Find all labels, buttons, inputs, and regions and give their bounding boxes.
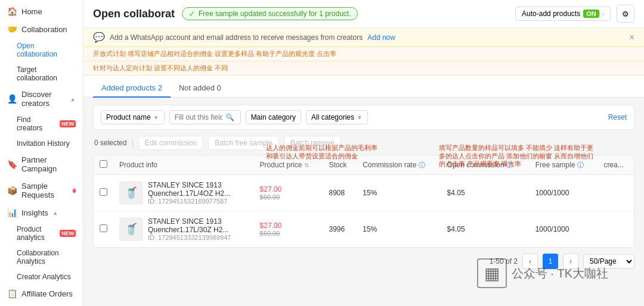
row1-product-info: 🥤 STANLEY SINCE 1913 Quencher1.17L/4OZ H… [113,175,254,211]
table-wrapper: 达人的佣金前期可以根据产品的毛利率 和吸引达人带货设置适合的佣金 填写产品数量的… [93,155,634,248]
next-page-button[interactable]: › [563,254,578,269]
th-checkbox [94,155,113,175]
annotation-row-1: 开放式计划 填写店铺产品相对适合的佣金 设置更多样品 有助于产品的观光度 点击率 [83,47,644,61]
price-sort-icon[interactable]: ⇅ [304,162,309,168]
selected-count: 0 selected [94,139,127,147]
tab-added-products[interactable]: Added products 2 [93,79,171,98]
divider: | [132,139,134,147]
commission-info-icon: ⓘ [419,161,425,168]
collaboration-icon: 🤝 [7,24,17,34]
action-bar: 0 selected | Edit commission Batch free … [93,136,634,150]
page-title: Open collaborat [93,8,175,20]
sidebar-item-insights[interactable]: 📊 Insights ▲ [0,204,83,221]
row1-open-commission: $4.05 [441,175,530,211]
settings-button[interactable]: ⚙ [617,5,634,23]
edit-commission-button[interactable]: Edit commission [138,136,203,150]
row2-open-commission: $4.05 [441,211,530,248]
row1-creator [597,175,634,211]
search-input-wrapper[interactable]: 🔍 [169,110,241,124]
sidebar-item-creator-analytics[interactable]: Creator Analytics [0,269,83,285]
sidebar-item-affiliate-orders[interactable]: 📋 Affiliate Orders [0,285,83,302]
row1-price: $27.00 $60.00 [254,175,323,211]
tab-not-added[interactable]: Not added 0 [171,79,230,98]
pagination: 1-50 of 2 ‹ 1 › 50/Page 100/Page [93,248,634,271]
th-open-commission: Open commission ⓘ [441,155,530,175]
search-icon: 🔍 [225,113,234,121]
filter-bar: Product name ▼ 🔍 Main category All categ… [93,105,634,130]
sidebar-item-accounts[interactable]: 👤 Accounts ▼ [0,302,83,306]
row2-checkbox-cell [94,211,113,248]
table-row: 🥤 STANLEY SINCE 1913 Quencher1.17L/4OZ H… [94,175,634,211]
row2-commission-rate: 15% [357,211,441,248]
check-icon: ✓ [188,9,196,18]
success-badge: ✓ Free sample updated successfully for 1… [182,7,357,20]
sample-icon: 📦 [7,186,17,195]
alert-message: Add a WhatsApp account and email address… [110,33,363,42]
header-actions: Auto-add products ON › ⚙ [515,5,634,23]
batch-free-sample-button[interactable]: Batch free sample [208,136,279,150]
notification-dot [73,189,76,193]
th-commission-rate: Commission rate ⓘ [357,155,441,175]
filter-chevron-icon: ▼ [153,114,159,121]
page-size-select[interactable]: 50/Page 100/Page [583,254,634,268]
batch-remove-button[interactable]: Batch remove [284,136,341,150]
main-content: Open collaborat ✓ Free sample updated su… [83,0,644,306]
auto-add-button[interactable]: Auto-add products ON › [515,7,611,21]
add-now-link[interactable]: Add now [367,33,395,42]
page-header: Open collaborat ✓ Free sample updated su… [83,0,644,28]
reset-button[interactable]: Reset [608,113,627,121]
free-sample-info-icon: ⓘ [577,161,584,168]
sidebar-item-find-creators[interactable]: Find creators NEW [0,112,83,136]
sidebar-item-invitation-history[interactable]: Invitation History [0,136,83,151]
row1-checkbox-cell [94,175,113,211]
sidebar-item-home[interactable]: 🏠 Home [0,2,83,20]
sidebar-item-sample-requests[interactable]: 📦 Sample Requests [0,177,83,204]
sidebar-item-discover-creators[interactable]: 👤 Discover creators ▲ [0,86,83,112]
th-product-info: Product info [113,155,254,175]
sidebar-item-open-collaboration[interactable]: Open collaboration [0,38,83,62]
row2-stock: 3996 [323,211,357,248]
row1-commission-rate: 15% [357,175,441,211]
prev-page-button[interactable]: ‹ [522,254,538,269]
row1-free-sample: 1000/1000 [530,175,598,211]
sidebar-item-target-collaboration[interactable]: Target collaboration [0,62,83,86]
home-icon: 🏠 [7,7,17,16]
content-area: Product name ▼ 🔍 Main category All categ… [83,98,644,306]
sidebar: 🏠 Home 🤝 Collaboration Open collaboratio… [0,0,83,306]
all-categories-filter[interactable]: All categories ▼ [306,110,368,124]
sidebar-item-collaboration[interactable]: 🤝 Collaboration [0,20,83,38]
search-input[interactable] [175,113,222,121]
new-badge-analytics: NEW [60,230,76,237]
on-badge: ON [583,10,599,18]
chevron-down-icon: ▲ [70,96,76,102]
row2-free-sample: 1000/1000 [530,211,598,248]
new-badge-find: NEW [60,120,76,127]
orders-icon: 📋 [7,289,17,298]
sidebar-item-product-analytics[interactable]: Product analytics NEW [0,221,83,245]
pagination-range: 1-50 of 2 [490,257,518,266]
row2-checkbox[interactable] [100,224,107,232]
open-commission-info-icon: ⓘ [506,161,513,168]
table-row: 🥤 STANLEY SINCE 1913 Quencher1.17L/30Z H… [94,211,634,248]
categories-chevron-icon: ▼ [357,114,363,121]
main-category-filter[interactable]: Main category [246,110,301,124]
row1-checkbox[interactable] [100,188,107,196]
th-product-price: Product price ⇅ [254,155,323,175]
row2-price: $27.00 $60.00 [254,211,323,248]
sidebar-item-partner-campaign[interactable]: 🔖 Partner Campaign [0,151,83,177]
th-stock: Stock [323,155,357,175]
close-alert-button[interactable]: × [629,32,634,43]
whatsapp-icon: 💬 [93,32,105,43]
row2-product-info: 🥤 STANLEY SINCE 1913 Quencher1.17L/30Z H… [113,211,254,248]
select-all-checkbox[interactable] [100,160,107,168]
current-page-button[interactable]: 1 [543,254,558,269]
row2-creator [597,211,634,248]
sidebar-item-collaboration-analytics[interactable]: Collaboration Analytics [0,245,83,269]
product-name-filter[interactable]: Product name ▼ [101,110,165,124]
insights-chevron-icon: ▲ [52,210,58,216]
products-table: Product info Product price ⇅ Stock Commi… [93,155,634,248]
discover-icon: 👤 [7,94,17,104]
tabs-bar: Added products 2 Not added 0 [83,76,644,98]
annotation-row-2: 针对与达人定向计划 设置不同达人的佣金 不同 [83,61,644,76]
partner-icon: 🔖 [7,160,17,169]
